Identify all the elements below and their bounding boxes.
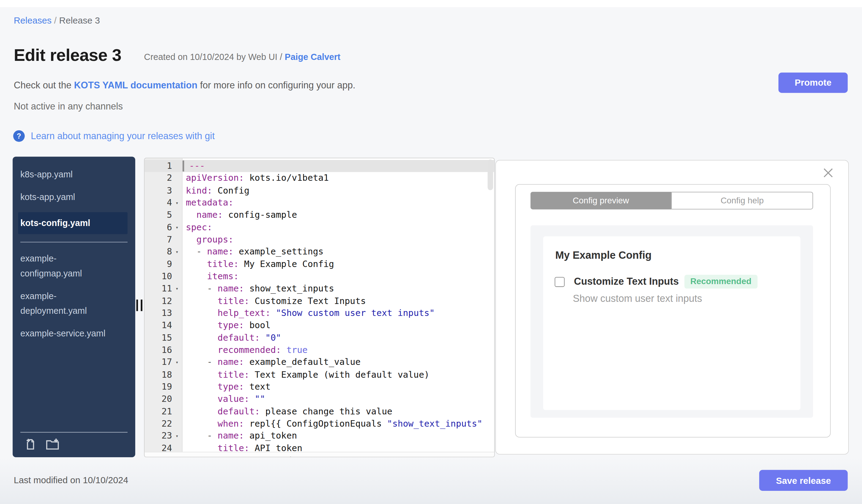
line-number: 20 [145, 393, 172, 405]
code-text: kind: Config [182, 184, 249, 197]
code-text: name: config-sample [182, 209, 297, 221]
code-line-19[interactable]: 19 type: text [145, 381, 494, 393]
code-line-15[interactable]: 15 default: "0" [145, 332, 494, 344]
code-line-21[interactable]: 21 default: please change this value [145, 406, 494, 418]
code-line-11[interactable]: 11▾ - name: show_text_inputs [145, 282, 494, 295]
config-item-label[interactable]: Customize Text Inputs [574, 276, 679, 288]
git-docs-link[interactable]: Learn about managing your releases with … [31, 131, 215, 142]
line-number: 15 [145, 332, 172, 344]
code-line-16[interactable]: 16 recommended: true [145, 344, 494, 356]
line-number: 8 [145, 246, 172, 258]
code-line-4[interactable]: 4▾metadata: [145, 197, 494, 209]
tab-config-preview[interactable]: Config preview [531, 192, 671, 210]
fold-arrow-icon[interactable]: ▾ [172, 246, 182, 258]
config-item-row: Customize Text Inputs Recommended [554, 275, 757, 289]
fold-gutter-spacer [172, 258, 182, 270]
fold-arrow-icon[interactable]: ▾ [172, 356, 182, 369]
code-line-17[interactable]: 17▾ - name: example_default_value [145, 356, 494, 369]
line-number: 2 [145, 172, 172, 184]
file-item-k8s-app-yaml[interactable]: k8s-app.yaml [20, 167, 127, 182]
fold-gutter-spacer [172, 418, 182, 430]
code-line-3[interactable]: 3kind: Config [145, 184, 494, 197]
git-row: ? Learn about managing your releases wit… [13, 130, 215, 142]
code-line-9[interactable]: 9 title: My Example Config [145, 258, 494, 270]
kots-docs-link[interactable]: KOTS YAML documentation [74, 80, 197, 91]
file-item-example-deployment-yaml[interactable]: example-deployment.yaml [20, 289, 127, 318]
new-folder-icon[interactable] [45, 438, 59, 450]
line-number: 7 [145, 234, 172, 246]
fold-gutter-spacer [172, 320, 182, 332]
code-line-7[interactable]: 7 groups: [145, 234, 494, 246]
code-line-12[interactable]: 12 title: Customize Text Inputs [145, 295, 494, 307]
code-text: title: Customize Text Inputs [182, 295, 366, 307]
file-item-kots-app-yaml[interactable]: kots-app.yaml [20, 190, 127, 204]
line-number: 23 [145, 430, 172, 442]
recommended-badge: Recommended [684, 275, 757, 289]
code-line-18[interactable]: 18 title: Text Example (with default val… [145, 369, 494, 381]
editor-lines: 1---2apiVersion: kots.io/v1beta13kind: C… [145, 160, 494, 457]
line-number: 10 [145, 270, 172, 282]
code-text: spec: [182, 222, 212, 234]
save-release-button[interactable]: Save release [759, 470, 848, 491]
editor-horizontal-scrollbar[interactable] [145, 452, 494, 456]
editor-vertical-scrollbar[interactable] [487, 159, 493, 190]
line-number: 19 [145, 381, 172, 393]
resize-handle-left[interactable] [136, 300, 143, 311]
code-line-23[interactable]: 23▾ - name: api_token [145, 430, 494, 442]
fold-arrow-icon[interactable]: ▾ [172, 197, 182, 209]
code-line-2[interactable]: 2apiVersion: kots.io/v1beta1 [145, 172, 494, 184]
fold-gutter-spacer [172, 307, 182, 320]
code-text: default: "0" [182, 332, 281, 344]
fold-gutter-spacer [172, 332, 182, 344]
fold-arrow-icon[interactable]: ▾ [172, 222, 182, 234]
code-text: metadata: [182, 197, 233, 209]
fold-arrow-icon[interactable]: ▾ [172, 430, 182, 442]
line-number: 9 [145, 258, 172, 270]
line-number: 6 [145, 222, 172, 234]
code-line-14[interactable]: 14 type: bool [145, 320, 494, 332]
code-text: default: please change this value [182, 406, 392, 418]
code-text: --- [182, 160, 205, 172]
code-line-13[interactable]: 13 help_text: "Show custom user text inp… [145, 307, 494, 320]
new-file-icon[interactable] [24, 438, 37, 450]
author-link[interactable]: Paige Calvert [285, 52, 340, 62]
code-line-6[interactable]: 6▾spec: [145, 222, 494, 234]
page-title: Edit release 3 [14, 45, 121, 65]
breadcrumb-current: Release 3 [59, 15, 100, 25]
fold-gutter-spacer [172, 406, 182, 418]
tab-config-help[interactable]: Config help [671, 192, 813, 210]
code-text: items: [182, 270, 239, 282]
file-item-example-configmap-yaml[interactable]: example-configmap.yaml [20, 251, 127, 281]
line-number: 5 [145, 209, 172, 221]
release-editor-area: k8s-app.yamlkots-app.yamlkots-config.yam… [0, 157, 862, 457]
line-number: 21 [145, 406, 172, 418]
line-number: 4 [145, 197, 172, 209]
promote-button[interactable]: Promote [779, 72, 848, 93]
breadcrumb-separator: / [52, 15, 59, 25]
code-line-10[interactable]: 10 items: [145, 270, 494, 282]
fold-gutter-spacer [172, 234, 182, 246]
file-item-kots-config-yaml[interactable]: kots-config.yaml [18, 212, 128, 234]
file-item-example-service-yaml[interactable]: example-service.yaml [20, 326, 127, 341]
code-line-22[interactable]: 22 when: repl{{ ConfigOptionEquals "show… [145, 418, 494, 430]
file-group-examples: example-configmap.yamlexample-deployment… [13, 251, 135, 341]
line-number: 22 [145, 418, 172, 430]
code-text: type: bool [182, 320, 271, 332]
config-preview-panel: Config previewConfig help My Example Con… [495, 160, 849, 454]
code-line-20[interactable]: 20 value: "" [145, 393, 494, 405]
config-preview-card: Config previewConfig help My Example Con… [515, 184, 831, 438]
code-line-1[interactable]: 1--- [145, 160, 494, 172]
code-line-5[interactable]: 5 name: config-sample [145, 209, 494, 221]
sidebar-footer-divider [20, 432, 127, 433]
code-text: recommended: true [182, 344, 308, 356]
top-strip [0, 0, 862, 7]
sidebar-footer [20, 432, 127, 451]
customize-text-inputs-checkbox[interactable] [554, 277, 564, 287]
code-text: - name: example_default_value [182, 356, 361, 369]
close-icon[interactable] [823, 168, 833, 178]
code-text: - name: example_settings [182, 246, 324, 258]
code-line-8[interactable]: 8▾ - name: example_settings [145, 246, 494, 258]
breadcrumb-releases-link[interactable]: Releases [14, 15, 52, 25]
yaml-editor[interactable]: 1---2apiVersion: kots.io/v1beta13kind: C… [144, 158, 495, 457]
fold-arrow-icon[interactable]: ▾ [172, 282, 182, 295]
